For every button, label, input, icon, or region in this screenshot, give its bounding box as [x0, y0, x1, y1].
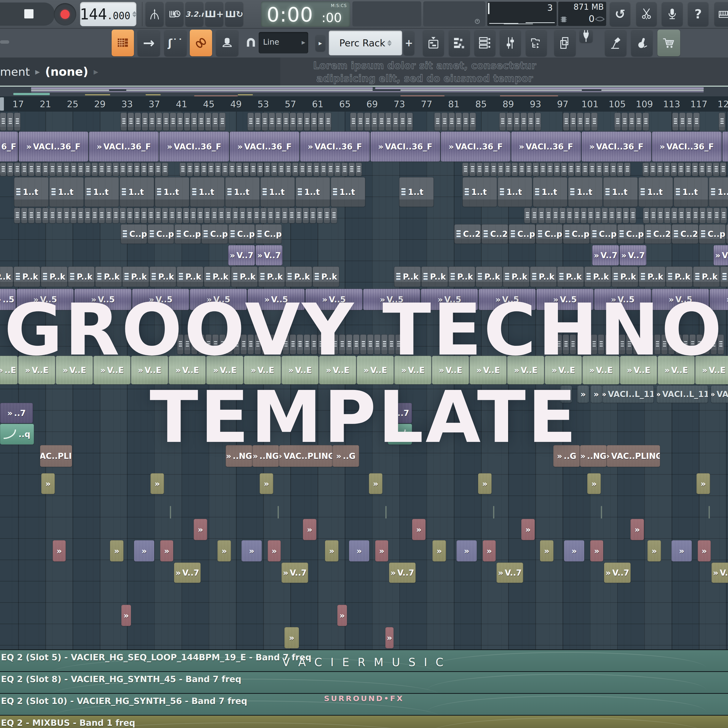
- audio-clip[interactable]: »V..E: [281, 356, 319, 384]
- mini-pattern-clip[interactable]: [392, 113, 399, 130]
- audio-clip[interactable]: »V..7: [389, 563, 416, 583]
- pattern-clip[interactable]: P..k: [150, 266, 176, 287]
- pattern-clip[interactable]: P..k: [204, 266, 231, 287]
- mini-pattern-clip[interactable]: [304, 113, 310, 130]
- mini-pattern-clip[interactable]: [248, 113, 254, 130]
- audio-clip[interactable]: »: [41, 473, 55, 494]
- mini-pattern-clip[interactable]: [661, 334, 668, 354]
- mini-pattern-clip[interactable]: [580, 208, 587, 223]
- pattern-clip[interactable]: P..k: [14, 266, 40, 287]
- mini-pattern-clip[interactable]: [535, 113, 541, 130]
- audio-clip[interactable]: »: [325, 540, 338, 561]
- mini-pattern-clip[interactable]: [106, 162, 112, 176]
- mini-pattern-clip[interactable]: [134, 208, 140, 223]
- mini-pattern-clip[interactable]: [678, 162, 684, 176]
- mini-pattern-clip[interactable]: [675, 334, 682, 354]
- mini-pattern-clip[interactable]: [545, 208, 552, 223]
- wait-for-input-button[interactable]: [165, 2, 184, 26]
- tempo-display[interactable]: 144 .000: [80, 2, 136, 26]
- automation-clip[interactable]: ..q: [0, 424, 34, 445]
- pattern-clip[interactable]: C..p: [174, 224, 201, 244]
- audio-clip[interactable]: »: [578, 385, 589, 403]
- marker-clip[interactable]: [170, 506, 171, 518]
- mini-pattern-clip[interactable]: [462, 162, 469, 176]
- typing-to-pattern-button[interactable]: Ш+: [205, 2, 223, 26]
- mini-pattern-clip[interactable]: [327, 162, 334, 176]
- audio-clip[interactable]: »V..E: [244, 356, 281, 384]
- mini-pattern-clip[interactable]: [699, 208, 706, 223]
- audio-clip[interactable]: »V..5: [305, 289, 362, 310]
- audio-clip[interactable]: »V..5: [248, 289, 305, 310]
- mini-pattern-clip[interactable]: [311, 113, 317, 130]
- mini-pattern-clip[interactable]: [35, 208, 41, 223]
- mini-pattern-clip[interactable]: [395, 334, 402, 354]
- mini-pattern-clip[interactable]: [524, 208, 531, 223]
- mini-pattern-clip[interactable]: [7, 162, 13, 176]
- mini-pattern-clip[interactable]: [127, 162, 133, 176]
- shop-button[interactable]: [658, 30, 680, 56]
- mini-pattern-clip[interactable]: [310, 208, 316, 223]
- audio-clip[interactable]: »VACI..36_F: [229, 132, 300, 162]
- automation-clip[interactable]: [388, 424, 412, 445]
- mini-pattern-clip[interactable]: [119, 208, 126, 223]
- audio-clip[interactable]: »VACI..36_F: [441, 132, 511, 162]
- mini-pattern-clip[interactable]: [113, 162, 119, 176]
- mini-pattern-clip[interactable]: [243, 162, 249, 176]
- mini-pattern-clip[interactable]: [678, 208, 685, 223]
- mini-pattern-clip[interactable]: [306, 162, 312, 176]
- mini-pattern-clip[interactable]: [642, 113, 649, 130]
- mini-pattern-clip[interactable]: [21, 162, 28, 176]
- record-button[interactable]: [54, 3, 76, 26]
- mini-pattern-clip[interactable]: [180, 162, 186, 176]
- audio-clip[interactable]: »V..E: [658, 356, 695, 384]
- mini-pattern-clip[interactable]: [671, 162, 677, 176]
- audio-clip[interactable]: »VAC..PLING: [279, 445, 332, 467]
- mini-pattern-clip[interactable]: [349, 162, 355, 176]
- audio-clip[interactable]: »: [456, 540, 477, 561]
- mini-pattern-clip[interactable]: [399, 113, 406, 130]
- mini-pattern-clip[interactable]: [643, 208, 649, 223]
- mini-pattern-clip[interactable]: [540, 162, 546, 176]
- mini-pattern-clip[interactable]: [563, 113, 569, 130]
- audio-clip[interactable]: »V..E: [319, 356, 356, 384]
- mini-pattern-clip[interactable]: [609, 208, 615, 223]
- mini-pattern-clip[interactable]: [121, 113, 127, 130]
- mini-pattern-clip[interactable]: [290, 334, 296, 354]
- mini-pattern-clip[interactable]: [141, 162, 147, 176]
- pattern-clip[interactable]: 1..t: [260, 177, 295, 207]
- mini-pattern-clip[interactable]: [713, 162, 719, 176]
- mini-pattern-clip[interactable]: [262, 334, 268, 354]
- mini-pattern-clip[interactable]: [42, 162, 49, 176]
- mini-pattern-clip[interactable]: [318, 334, 324, 354]
- mini-pattern-clip[interactable]: [587, 208, 594, 223]
- mini-pattern-clip[interactable]: [713, 208, 720, 223]
- mini-pattern-clip[interactable]: [531, 208, 537, 223]
- audio-clip[interactable]: »V..7: [711, 563, 728, 583]
- audio-clip[interactable]: »V..5: [710, 289, 728, 310]
- mini-pattern-clip[interactable]: [584, 113, 590, 130]
- mini-pattern-clip[interactable]: [374, 334, 381, 354]
- pattern-clip[interactable]: P..k: [41, 266, 67, 287]
- audio-record-button[interactable]: [662, 2, 683, 26]
- audio-clip[interactable]: »..7: [388, 403, 412, 423]
- slip-mode-button[interactable]: ʃ˙˙: [164, 30, 187, 56]
- mini-pattern-clip[interactable]: [514, 113, 520, 130]
- mini-pattern-clip[interactable]: [612, 334, 618, 354]
- mini-pattern-clip[interactable]: [292, 162, 298, 176]
- mini-pattern-clip[interactable]: [56, 162, 63, 176]
- pattern-clip[interactable]: 1..t: [14, 177, 49, 207]
- pattern-clip[interactable]: P..k: [693, 266, 720, 287]
- audio-clip[interactable]: »V..7: [592, 245, 619, 266]
- mini-pattern-clip[interactable]: [169, 208, 175, 223]
- mini-pattern-clip[interactable]: [155, 162, 161, 176]
- pattern-clip[interactable]: P..k: [285, 266, 312, 287]
- mini-pattern-clip[interactable]: [148, 162, 154, 176]
- mini-pattern-clip[interactable]: [156, 113, 162, 130]
- mini-pattern-clip[interactable]: [331, 208, 337, 223]
- mini-pattern-clip[interactable]: [469, 162, 476, 176]
- mini-pattern-clip[interactable]: [14, 162, 20, 176]
- audio-clip[interactable]: »: [433, 540, 446, 561]
- link-button[interactable]: [190, 30, 212, 56]
- mini-pattern-clip[interactable]: [483, 162, 490, 176]
- marker-clip[interactable]: [278, 506, 279, 518]
